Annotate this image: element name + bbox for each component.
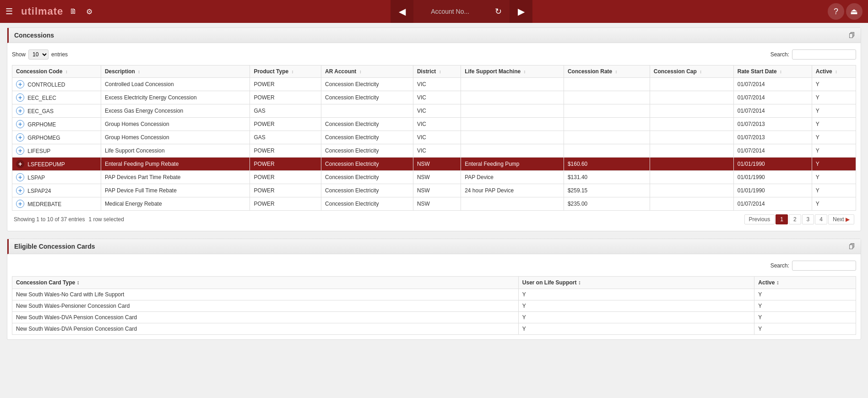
col-user-life-support[interactable]: User on Life Support ↕	[518, 277, 754, 289]
table-row[interactable]: New South Wales-No Card with Life Suppor…	[12, 289, 856, 300]
cell-product-type: POWER	[250, 197, 321, 211]
page-2-button[interactable]: 2	[789, 214, 801, 224]
cell-life-support	[461, 104, 564, 118]
cell-life-support-user: Y	[518, 300, 754, 312]
cell-cap	[650, 184, 733, 197]
table-row[interactable]: + MEDREBATE Medical Energy Rebate POWER …	[12, 197, 856, 211]
app-header: ☰ utilmate 🗎 ⚙ ◀ Account No... ↻ ▶ ? ⏏	[0, 0, 868, 23]
table-row[interactable]: New South Wales-Pensioner Concession Car…	[12, 300, 856, 312]
concessions-table-body: + CONTROLLED Controlled Load Concession …	[12, 78, 856, 211]
table-row[interactable]: + LIFESUP Life Support Concession POWER …	[12, 144, 856, 158]
nav-back-button[interactable]: ◀	[391, 0, 413, 23]
cell-life-support-user: Y	[518, 312, 754, 323]
cell-district: VIC	[413, 104, 461, 118]
cell-active: Y	[812, 158, 856, 171]
cell-product-type: GAS	[250, 131, 321, 144]
cell-rate-start: 01/01/1990	[733, 158, 812, 171]
page-3-button[interactable]: 3	[802, 214, 814, 224]
col-cap[interactable]: Concession Cap ↕	[650, 65, 733, 78]
cell-district: VIC	[413, 144, 461, 158]
settings-icon[interactable]: ⚙	[86, 7, 92, 16]
table-controls-top: Show 10 25 50 entries Search:	[12, 48, 856, 61]
cell-active: Y	[812, 197, 856, 211]
nav-reset-button[interactable]: ↻	[487, 0, 510, 23]
table-row[interactable]: + GRPHOMEG Group Homes Concession GAS Co…	[12, 131, 856, 144]
col-card-type[interactable]: Concession Card Type ↕	[12, 277, 519, 289]
cell-rate-start: 01/07/2013	[733, 118, 812, 131]
col-product-type[interactable]: Product Type ↕	[250, 65, 321, 78]
page-1-button[interactable]: 1	[776, 214, 788, 224]
cell-ar-account: Concession Electricity	[321, 91, 413, 104]
expand-button[interactable]: +	[16, 147, 24, 155]
col-rate-start[interactable]: Rate Start Date ↕	[733, 65, 812, 78]
expand-button[interactable]: +	[16, 93, 24, 102]
hamburger-menu-icon[interactable]: ☰	[5, 6, 13, 16]
table-row[interactable]: + GRPHOME Group Homes Concession POWER C…	[12, 118, 856, 131]
col-rate[interactable]: Concession Rate ↕	[564, 65, 650, 78]
cell-code: + MEDREBATE	[12, 197, 101, 211]
expand-button[interactable]: +	[16, 133, 24, 142]
eligible-cards-table: Concession Card Type ↕ User on Life Supp…	[12, 276, 856, 335]
expand-button[interactable]: +	[16, 80, 24, 88]
concessions-search-input[interactable]	[792, 49, 856, 60]
cell-active: Y	[812, 144, 856, 158]
code-value: LSPAP24	[27, 188, 51, 194]
cell-cap	[650, 118, 733, 131]
table-row[interactable]: + EEC_ELEC Excess Electricity Energy Con…	[12, 91, 856, 104]
cell-card-type: New South Wales-No Card with Life Suppor…	[12, 289, 519, 300]
cell-card-type: New South Wales-DVA Pension Concession C…	[12, 323, 519, 335]
cell-active: Y	[812, 104, 856, 118]
cell-description: Medical Energy Rebate	[101, 197, 250, 211]
col-active[interactable]: Active ↕	[812, 65, 856, 78]
code-value: MEDREBATE	[27, 201, 61, 207]
cell-code: + LIFESUP	[12, 144, 101, 158]
entries-select[interactable]: 10 25 50	[28, 49, 49, 60]
cell-product-type: POWER	[250, 171, 321, 184]
code-value: EEC_GAS	[27, 108, 54, 114]
col-district[interactable]: District ↕	[413, 65, 461, 78]
col-card-active[interactable]: Active ↕	[754, 277, 856, 289]
prev-page-button[interactable]: Previous	[744, 214, 775, 224]
cell-ar-account: Concession Electricity	[321, 197, 413, 211]
page-4-button[interactable]: 4	[815, 214, 827, 224]
table-row[interactable]: New South Wales-DVA Pension Concession C…	[12, 312, 856, 323]
help-icon[interactable]: ?	[828, 3, 844, 20]
cell-rate-start: 01/07/2014	[733, 78, 812, 91]
pagination-buttons: Previous 1 2 3 4 Next ▶	[744, 214, 854, 224]
table-row[interactable]: + EEC_GAS Excess Gas Energy Concession G…	[12, 104, 856, 118]
documents-icon[interactable]: 🗎	[70, 7, 77, 16]
expand-button[interactable]: +	[16, 173, 24, 181]
col-life-support[interactable]: Life Support Machine ↕	[461, 65, 564, 78]
table-row[interactable]: + LSPAP PAP Devices Part Time Rebate POW…	[12, 171, 856, 184]
cell-description: Group Homes Concession	[101, 118, 250, 131]
concessions-table: Concession Code ↕ Description ↕ Product …	[12, 65, 856, 211]
expand-button[interactable]: +	[16, 200, 24, 208]
expand-button[interactable]: +	[16, 120, 24, 128]
table-row[interactable]: + CONTROLLED Controlled Load Concession …	[12, 78, 856, 91]
cell-description: PAP Device Full Time Rebate	[101, 184, 250, 197]
col-ar-account[interactable]: AR Account ↕	[321, 65, 413, 78]
col-description[interactable]: Description ↕	[101, 65, 250, 78]
table-row[interactable]: + LSFEEDPUMP Enteral Feeding Pump Rebate…	[12, 158, 856, 171]
cell-cap	[650, 104, 733, 118]
panel-export-icon[interactable]: 🗍	[849, 32, 855, 39]
search-control: Search:	[770, 49, 856, 60]
cards-search-input[interactable]	[792, 261, 856, 271]
concessions-panel-body: Show 10 25 50 entries Search: Concess	[7, 43, 861, 231]
cell-product-type: POWER	[250, 144, 321, 158]
eligible-cards-export-icon[interactable]: 🗍	[849, 243, 855, 250]
cell-life-support: PAP Device	[461, 171, 564, 184]
expand-button[interactable]: +	[16, 160, 24, 168]
cell-rate	[564, 131, 650, 144]
expand-button[interactable]: +	[16, 107, 24, 115]
nav-forward-button[interactable]: ▶	[510, 0, 532, 23]
next-page-button[interactable]: Next ▶	[828, 214, 854, 224]
expand-button[interactable]: +	[16, 186, 24, 195]
table-row[interactable]: New South Wales-DVA Pension Concession C…	[12, 323, 856, 335]
power-icon[interactable]: ⏏	[846, 3, 863, 20]
col-code[interactable]: Concession Code ↕	[12, 65, 101, 78]
cell-code: + LSFEEDPUMP	[12, 158, 101, 171]
table-row[interactable]: + LSPAP24 PAP Device Full Time Rebate PO…	[12, 184, 856, 197]
cell-district: NSW	[413, 171, 461, 184]
search-label: Search:	[770, 51, 789, 58]
